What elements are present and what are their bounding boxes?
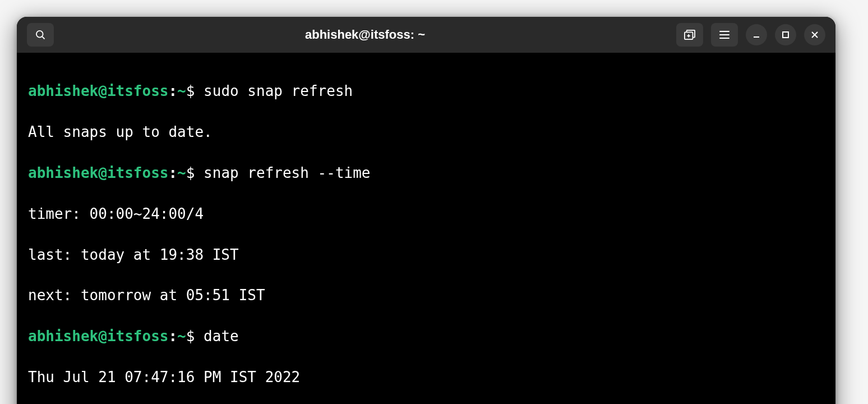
terminal-window: abhishek@itsfoss: ~ [17,17,835,404]
output-2b: last: today at 19:38 IST [28,245,824,265]
new-tab-icon [684,29,696,40]
close-icon [811,31,819,39]
search-icon [35,29,46,40]
prompt-line-3: abhishek@itsfoss:~$ date [28,326,824,346]
svg-rect-9 [783,32,788,38]
terminal-body[interactable]: abhishek@itsfoss:~$ sudo snap refresh Al… [17,53,835,404]
output-1: All snaps up to date. [28,122,824,142]
maximize-button[interactable] [775,24,796,45]
command-1: sudo snap refresh [204,82,353,99]
output-2c: next: tomorrow at 05:51 IST [28,285,824,305]
command-3: date [204,328,239,345]
output-3: Thu Jul 21 07:47:16 PM IST 2022 [28,367,824,387]
prompt-line-2: abhishek@itsfoss:~$ snap refresh --time [28,163,824,183]
prompt-line-1: abhishek@itsfoss:~$ sudo snap refresh [28,81,824,101]
titlebar: abhishek@itsfoss: ~ [17,17,835,53]
prompt-colon: : [168,82,177,99]
maximize-icon [782,31,789,39]
window-title: abhishek@itsfoss: ~ [62,27,668,42]
minimize-button[interactable] [746,24,767,45]
prompt-user: abhishek@itsfoss [28,82,168,99]
hamburger-icon [719,30,730,39]
svg-point-0 [36,31,43,38]
prompt-dollar: $ [186,82,204,99]
close-button[interactable] [804,24,825,45]
prompt-path: ~ [177,82,186,99]
new-tab-button[interactable] [676,23,703,47]
minimize-icon [752,31,760,39]
search-button[interactable] [27,23,54,47]
command-2: snap refresh --time [204,164,370,181]
menu-button[interactable] [711,23,738,47]
output-2a: timer: 00:00~24:00/4 [28,204,824,224]
svg-line-1 [42,36,45,39]
